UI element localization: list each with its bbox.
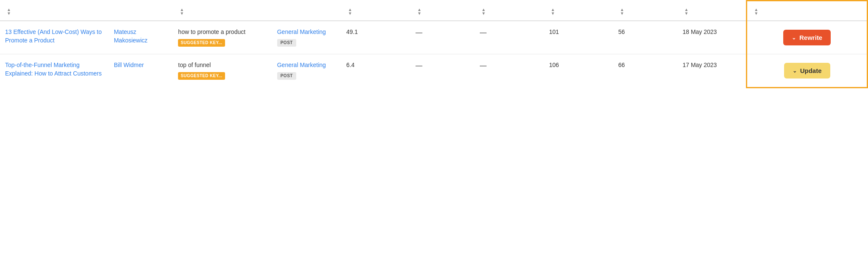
table-row: Top-of-the-Funnel Marketing Explained: H… — [0, 54, 868, 88]
position-value: 6.4 — [346, 62, 354, 68]
post-badge: POST — [277, 72, 296, 80]
cell-author: Mateusz Makosiewicz — [109, 21, 173, 54]
backlinks-value: 106 — [549, 62, 559, 68]
sort-icon-suggestion: ▲▼ — [754, 8, 758, 15]
cell-backlinks: 106 — [544, 54, 613, 88]
cell-backlinks: 101 — [544, 21, 613, 54]
cell-category: General Marketing POST — [272, 54, 341, 88]
sort-icon-date: ▲▼ — [684, 8, 688, 15]
suggested-badge: SUGGESTED KEY... — [178, 39, 225, 47]
table-row: 13 Effective (And Low-Cost) Ways to Prom… — [0, 21, 868, 54]
header-ref-domains[interactable]: ▲▼ — [613, 1, 678, 21]
ref-domains-value: 66 — [618, 62, 625, 68]
sort-icon-ref: ▲▼ — [620, 8, 624, 15]
cell-position: 49.1 — [341, 21, 410, 54]
cell-title: 13 Effective (And Low-Cost) Ways to Prom… — [0, 21, 109, 54]
header-date[interactable]: ▲▼ — [677, 1, 746, 21]
keyword-text: how to promote a product — [178, 28, 245, 35]
title-link[interactable]: Top-of-the-Funnel Marketing Explained: H… — [5, 62, 102, 77]
header-backlinks[interactable]: ▲▼ — [544, 1, 613, 21]
cell-organic-traffic: — — [475, 54, 544, 88]
update-label: Update — [800, 67, 822, 74]
total-traffic-value: — — [415, 29, 422, 36]
header-categories — [272, 1, 341, 21]
title-link[interactable]: 13 Effective (And Low-Cost) Ways to Prom… — [5, 28, 102, 44]
cell-title: Top-of-the-Funnel Marketing Explained: H… — [0, 54, 109, 88]
cell-keyword: how to promote a product SUGGESTED KEY..… — [173, 21, 272, 54]
cell-organic-traffic: — — [475, 21, 544, 54]
suggested-badge: SUGGESTED KEY... — [178, 72, 225, 80]
sort-icon-title: ▲▼ — [7, 8, 11, 15]
backlinks-value: 101 — [549, 28, 559, 35]
header-suggestion[interactable]: ▲▼ — [747, 1, 868, 21]
content-audit-table: ▲▼ ▲▼ ▲▼ ▲▼ — [0, 0, 868, 88]
post-badge: POST — [277, 39, 296, 47]
cell-position: 6.4 — [341, 54, 410, 88]
category-link[interactable]: General Marketing — [277, 28, 326, 35]
cell-ref-domains: 56 — [613, 21, 678, 54]
update-button[interactable]: ⌄ Update — [784, 63, 830, 78]
total-traffic-value: — — [415, 62, 422, 69]
chevron-down-icon: ⌄ — [792, 35, 796, 41]
cell-ref-domains: 66 — [613, 54, 678, 88]
header-target-keywords[interactable]: ▲▼ — [173, 1, 272, 21]
keyword-text: top of funnel — [178, 62, 211, 68]
position-value: 49.1 — [346, 28, 358, 35]
cell-total-traffic: — — [410, 54, 475, 88]
cell-suggestion: ⌄ Rewrite — [747, 21, 868, 54]
sort-icon-position: ▲▼ — [348, 8, 352, 15]
organic-traffic-value: — — [480, 29, 487, 36]
sort-icon-backlinks: ▲▼ — [551, 8, 555, 15]
header-total-traffic[interactable]: ▲▼ — [410, 1, 475, 21]
header-organic-traffic[interactable]: ▲▼ — [475, 1, 544, 21]
rewrite-label: Rewrite — [799, 34, 822, 41]
cell-keyword: top of funnel SUGGESTED KEY... — [173, 54, 272, 88]
cell-suggestion: ⌄ Update — [747, 54, 868, 88]
category-link[interactable]: General Marketing — [277, 62, 326, 68]
cell-category: General Marketing POST — [272, 21, 341, 54]
organic-traffic-value: — — [480, 62, 487, 69]
cell-author: Bill Widmer — [109, 54, 173, 88]
date-value: 18 May 2023 — [682, 28, 717, 35]
author-name: Bill Widmer — [114, 62, 144, 68]
header-position[interactable]: ▲▼ — [341, 1, 410, 21]
sort-icon-keywords: ▲▼ — [180, 8, 184, 15]
cell-date: 17 May 2023 — [677, 54, 746, 88]
sort-icon-organic: ▲▼ — [481, 8, 486, 15]
author-name: Mateusz Makosiewicz — [114, 28, 147, 44]
chevron-down-icon: ⌄ — [793, 68, 797, 74]
cell-date: 18 May 2023 — [677, 21, 746, 54]
ref-domains-value: 56 — [618, 28, 625, 35]
rewrite-button[interactable]: ⌄ Rewrite — [783, 30, 831, 45]
header-title[interactable]: ▲▼ — [0, 1, 109, 21]
cell-total-traffic: — — [410, 21, 475, 54]
date-value: 17 May 2023 — [682, 62, 717, 68]
header-author — [109, 1, 173, 21]
sort-icon-total: ▲▼ — [417, 8, 421, 15]
